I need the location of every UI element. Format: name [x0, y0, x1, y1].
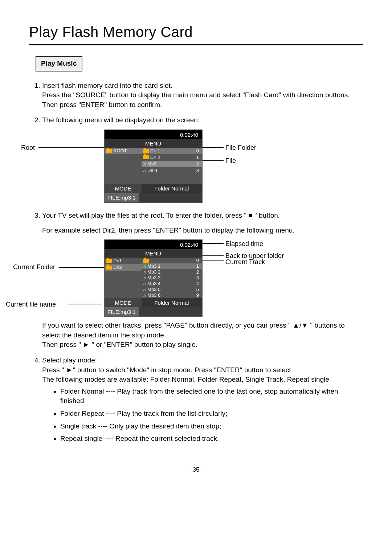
list-item[interactable]: Mp3 2 — [142, 161, 202, 167]
item-label: Mp3 6 — [147, 292, 160, 299]
page-number: -35- — [29, 465, 363, 474]
menu-label: MENU — [104, 249, 203, 258]
menu-diagram-2: Current Folder Current file name Elapsed… — [42, 239, 363, 312]
mode-label: MODE — [105, 298, 142, 307]
callout-line — [202, 255, 224, 256]
page-title: Play Flash Memory Card — [29, 22, 363, 45]
folder-icon — [106, 259, 112, 263]
mode-value: Folder Normal — [142, 298, 202, 307]
callout-line — [59, 267, 106, 268]
item-label: Dir 2 — [150, 154, 160, 161]
step-2-text: The following menu will be displayed on … — [42, 116, 200, 124]
item-label: Dir1 — [113, 258, 122, 264]
item-label: Dir 4 — [147, 167, 157, 174]
callout-file-folder: File Folder — [225, 143, 256, 152]
item-index: 9 — [196, 292, 200, 299]
callout-line — [202, 260, 224, 261]
root-item[interactable]: ROOT — [105, 148, 142, 154]
mode-bullet-folder-normal: Folder Normal ---- Play track from the s… — [60, 387, 363, 406]
callout-root: Root — [21, 143, 35, 152]
menu-label: MENU — [104, 139, 203, 148]
step-4: Select play mode: Press " ►" button to s… — [42, 356, 363, 444]
folder-icon — [143, 155, 149, 159]
folder-icon — [143, 149, 149, 153]
list-item[interactable]: Mp3 6 9 — [142, 292, 202, 298]
folder-icon — [143, 259, 149, 263]
music-icon — [143, 167, 146, 174]
list-item[interactable]: Mp3 4 4 — [142, 281, 202, 287]
up-folder-item[interactable]: 0 — [142, 258, 202, 263]
list-item[interactable]: Dir 1 0 — [142, 148, 202, 154]
music-icon — [143, 292, 146, 299]
callout-file: File — [225, 156, 236, 165]
list-item[interactable]: Mp3 5 5 — [142, 287, 202, 292]
menu-diagram-1: Root File Folder File 0:02:40 MENU ROOT — [42, 130, 363, 202]
mode-value: Folder Normal — [142, 184, 202, 193]
elapsed-time: 0:02:40 — [104, 130, 203, 139]
step-1-line-a: Insert flash memory card into the card s… — [42, 82, 172, 89]
step-3-line-c: If you want to select other tracks, pres… — [42, 321, 363, 340]
step-4-line-a: Select play mode: — [42, 356, 97, 364]
step-4-line-b: Press " ►" button to switch "Mode" in st… — [42, 366, 293, 374]
mode-bullet-repeat-single: Repeat single ---- Repeat the current se… — [60, 434, 363, 444]
item-index: 2 — [196, 161, 200, 167]
item-index: 0 — [196, 148, 200, 154]
mode-bullet-folder-repeat: Folder Repeat ---- Play the track from t… — [60, 409, 363, 419]
list-item[interactable]: Dir2 — [105, 264, 142, 271]
mode-label: MODE — [105, 184, 142, 193]
step-2: The following menu will be displayed on … — [42, 115, 363, 202]
root-label: ROOT — [113, 148, 127, 154]
callout-current-file: Current file name — [6, 300, 56, 309]
step-4-line-c: The following modes are available: Folde… — [42, 376, 329, 383]
file-label: FILE:mp3 1 — [105, 193, 139, 202]
file-label: FILE:mp3 1 — [105, 307, 139, 316]
step-1: Insert flash memory card into the card s… — [42, 81, 363, 110]
music-icon — [143, 161, 146, 167]
list-item[interactable]: Mp3 3 3 — [142, 275, 202, 281]
step-3-line-b: For example select Dir2, then press "ENT… — [42, 226, 363, 235]
section-header-play-music: Play Music — [36, 56, 82, 71]
callout-line — [38, 147, 104, 148]
item-index: 1 — [196, 154, 200, 161]
tv-menu-screen-1: 0:02:40 MENU ROOT Dir 1 0 — [104, 130, 203, 203]
step-3: Your TV set will play the files at the r… — [42, 211, 363, 350]
elapsed-time: 0:02:40 — [104, 239, 203, 249]
list-item[interactable]: Dir 2 1 — [142, 154, 202, 161]
step-3-line-d: Then press " ► " or "ENTER" button to pl… — [42, 340, 363, 350]
mode-bullet-single-track: Single track ---- Only play the desired … — [60, 422, 363, 431]
list-item[interactable]: Mp3 2 2 — [142, 269, 202, 275]
tv-menu-screen-2: 0:02:40 MENU Dir1 Dir2 — [104, 239, 203, 317]
folder-icon — [106, 149, 112, 153]
list-item[interactable]: Dir 4 3 — [142, 167, 202, 174]
step-3-line-a: Your TV set will play the files at the r… — [42, 212, 280, 219]
item-index: 3 — [196, 167, 200, 174]
callout-line — [68, 304, 102, 304]
folder-icon — [106, 266, 112, 270]
item-label: Dir 1 — [150, 148, 160, 154]
callout-current-folder: Current Folder — [13, 263, 55, 272]
list-item[interactable]: Dir1 — [105, 258, 142, 264]
callout-current-track: Current Track — [225, 258, 265, 267]
item-label: Dir2 — [113, 264, 122, 271]
callout-line — [202, 243, 224, 244]
step-1-line-b: Press the "SOURCE" button to display the… — [42, 91, 350, 108]
item-label: Mp3 — [147, 161, 156, 167]
list-item[interactable]: Mp3 1 1 — [142, 263, 202, 269]
callout-elapsed: Elapsed time — [225, 239, 263, 249]
